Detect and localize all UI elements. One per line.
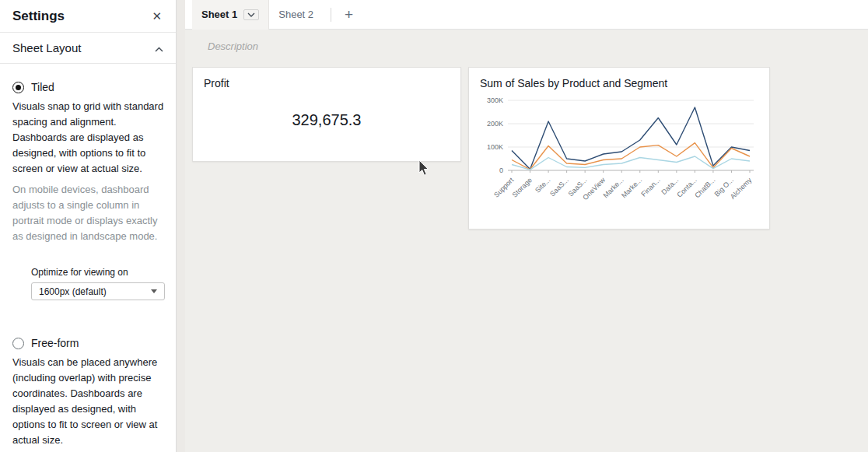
profit-kpi-value: 329,675.3 [204, 111, 450, 129]
svg-text:0: 0 [499, 166, 503, 174]
svg-text:200K: 200K [487, 120, 503, 128]
svg-text:300K: 300K [487, 96, 503, 104]
caret-down-icon [151, 289, 157, 293]
profit-visual-card[interactable]: Profit 329,675.3 [192, 67, 461, 162]
optimize-select-value: 1600px (default) [39, 286, 107, 297]
svg-text:SaaS...: SaaS... [548, 176, 570, 198]
tiled-description: Visuals snap to grid with standard spaci… [12, 99, 165, 177]
sheet-layout-options: Tiled Visuals snap to grid with standard… [0, 64, 176, 448]
radio-freeform-control [12, 338, 24, 349]
tab-divider [331, 8, 331, 22]
freeform-description: Visuals can be placed anywhere (includin… [12, 355, 165, 448]
panel-gutter [177, 0, 185, 452]
sales-line-chart: 0100K200K300KSupportStorageSite...SaaS..… [480, 94, 760, 212]
sheet-canvas: Description Profit 329,675.3 Sum of Sale… [185, 30, 868, 452]
svg-text:Marke...: Marke... [620, 176, 643, 199]
radio-tiled-label: Tiled [31, 81, 54, 93]
sales-chart-card[interactable]: Sum of Sales by Product and Segment 0100… [468, 67, 770, 230]
section-header-sheet-layout[interactable]: Sheet Layout [0, 33, 176, 64]
section-title: Sheet Layout [12, 41, 81, 54]
svg-text:ChatB...: ChatB... [693, 176, 716, 199]
tab-sheet-1[interactable]: Sheet 1 [192, 0, 269, 30]
svg-text:100K: 100K [487, 143, 503, 151]
freeform-block: Free-form Visuals can be placed anywhere… [12, 337, 165, 448]
tiled-mobile-note: On mobile devices, dashboard adjusts to … [12, 182, 165, 244]
tab-sheet-2-label: Sheet 2 [278, 9, 313, 20]
optimize-field: Optimize for viewing on 1600px (default) [31, 267, 165, 300]
svg-text:Storage: Storage [511, 176, 534, 198]
sheet-tab-bar: Sheet 1 Sheet 2 + [185, 0, 868, 30]
optimize-label: Optimize for viewing on [31, 267, 165, 278]
add-sheet-button[interactable]: + [339, 7, 359, 22]
settings-panel: Settings ✕ Sheet Layout Tiled Visuals sn… [0, 0, 177, 452]
optimize-select[interactable]: 1600px (default) [31, 282, 165, 300]
tab-sheet-2[interactable]: Sheet 2 [269, 0, 323, 30]
profit-card-title: Profit [204, 77, 450, 89]
sales-chart-title: Sum of Sales by Product and Segment [480, 77, 758, 89]
app-window: Settings ✕ Sheet Layout Tiled Visuals sn… [0, 0, 868, 452]
main-area: Sheet 1 Sheet 2 + Description Profit 329… [185, 0, 868, 452]
settings-panel-header: Settings ✕ [0, 0, 176, 33]
radio-tiled-control [12, 82, 24, 93]
chevron-down-icon[interactable] [243, 9, 259, 20]
tab-sheet-1-label: Sheet 1 [201, 9, 237, 20]
radio-freeform-label: Free-form [31, 337, 79, 349]
description-placeholder[interactable]: Description [208, 40, 258, 52]
mouse-cursor [418, 160, 429, 180]
svg-text:Finan...: Finan... [639, 176, 661, 198]
panel-title: Settings [12, 9, 65, 24]
chevron-up-icon [155, 41, 163, 55]
radio-tiled[interactable]: Tiled [12, 81, 165, 93]
radio-freeform[interactable]: Free-form [12, 337, 165, 349]
close-icon[interactable]: ✕ [149, 8, 165, 25]
